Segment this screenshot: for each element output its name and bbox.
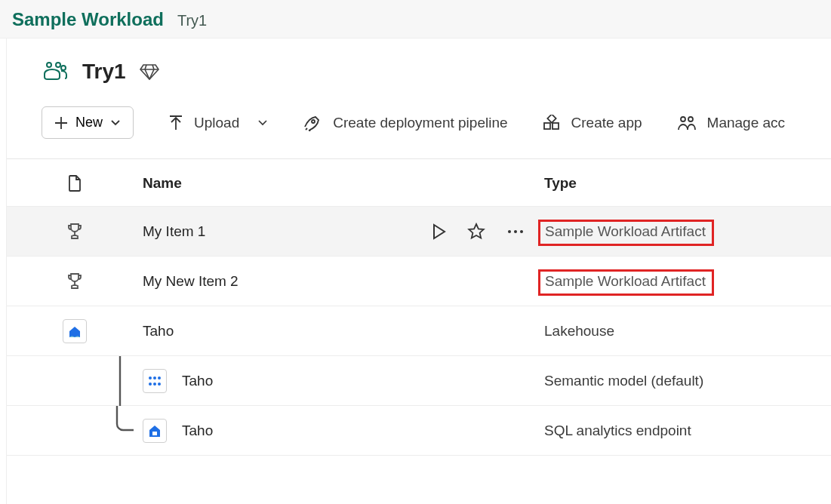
item-name: Taho [182,423,213,439]
breadcrumb-root[interactable]: Sample Workload [12,9,164,30]
file-icon [67,174,82,192]
svg-point-16 [153,383,156,386]
table-row[interactable]: Taho Semantic model (default) [7,356,831,406]
tree-branch-icon [112,356,135,406]
tree-branch-icon [109,406,135,456]
item-name: My New Item 2 [143,273,239,290]
item-name: My Item 1 [143,223,205,240]
table-header: Name Type [7,159,831,207]
star-icon[interactable] [467,223,485,241]
svg-rect-4 [544,123,550,129]
table-row[interactable]: My New Item 2 Sample Workload Artifact [7,257,831,306]
more-icon[interactable] [506,229,525,235]
upload-button[interactable]: Upload [168,115,268,131]
svg-point-2 [61,66,66,70]
workspace-icon [42,60,69,83]
lakehouse-icon [63,319,87,343]
upload-label: Upload [194,115,239,131]
svg-point-7 [681,117,685,121]
column-header-type[interactable]: Type [544,175,831,192]
svg-point-1 [56,63,60,67]
create-pipeline-label: Create deployment pipeline [333,115,507,131]
svg-point-13 [153,376,156,380]
svg-point-14 [158,376,161,380]
item-type: Lakehouse [544,323,614,339]
svg-point-0 [47,63,51,67]
table-row[interactable]: My Item 1 Sample Workload Artifact [7,207,831,257]
diamond-icon[interactable] [140,63,159,81]
toolbar: New Upload Create deployment pipeline C [7,84,831,159]
svg-point-11 [520,230,523,233]
svg-point-15 [149,383,152,386]
table-row[interactable]: Taho SQL analytics endpoint [7,406,831,456]
svg-point-12 [149,376,152,380]
svg-rect-18 [152,432,157,435]
svg-point-9 [508,230,511,233]
column-header-name[interactable]: Name [143,175,544,192]
play-icon[interactable] [431,223,446,240]
sql-endpoint-icon [143,419,167,443]
item-type: SQL analytics endpoint [544,423,691,438]
table-row[interactable]: Taho Lakehouse [7,306,831,356]
item-name: Taho [182,373,213,389]
item-type: Sample Workload Artifact [538,269,714,296]
svg-rect-6 [547,115,556,123]
svg-point-17 [158,383,161,386]
semantic-model-icon [143,369,167,393]
create-app-button[interactable]: Create app [543,115,642,131]
create-pipeline-button[interactable]: Create deployment pipeline [303,115,507,131]
items-table: Name Type My Item 1 [7,159,831,456]
svg-point-8 [688,117,693,121]
workspace-title: Try1 [82,60,126,84]
breadcrumb-leaf: Try1 [177,12,207,29]
item-type: Semantic model (default) [544,373,703,389]
create-app-label: Create app [571,115,642,131]
trophy-icon [65,272,85,291]
item-type: Sample Workload Artifact [538,220,714,246]
new-button[interactable]: New [42,106,134,139]
breadcrumb: Sample Workload Try1 [0,0,831,38]
trophy-icon [65,222,85,241]
svg-rect-5 [552,123,559,129]
workspace-header: Try1 [7,38,831,84]
svg-point-3 [312,120,315,123]
svg-point-10 [514,230,517,233]
manage-access-label: Manage acc [707,115,786,131]
manage-access-button[interactable]: Manage acc [677,115,786,131]
item-name: Taho [143,323,174,340]
new-button-label: New [75,115,103,131]
